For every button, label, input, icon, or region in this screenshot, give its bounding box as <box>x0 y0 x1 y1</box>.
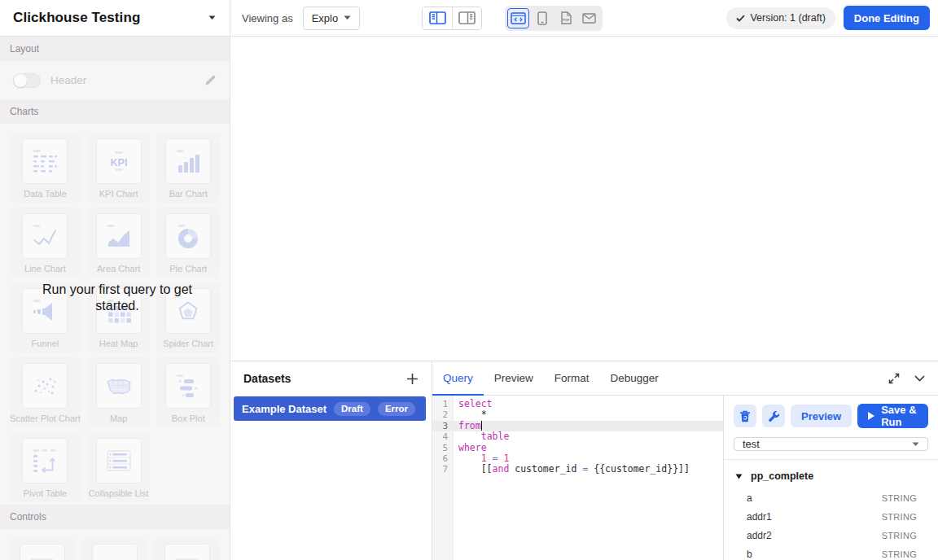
dashboard-canvas[interactable] <box>230 37 938 361</box>
email-icon <box>582 13 596 24</box>
schema-field-b: b STRING <box>724 545 938 560</box>
chart-tile-dropdown-control-icon[interactable] <box>154 538 220 560</box>
pdf-mode-button[interactable]: PDF <box>554 8 576 28</box>
code-line-1: 1 select <box>432 399 723 409</box>
datasets-panel: Datasets Example Dataset DraftError <box>230 361 432 560</box>
done-editing-button[interactable]: Done Editing <box>844 6 930 30</box>
chart-tile-label: Spider Chart <box>163 339 213 348</box>
chart-tile-label: Collapsible List <box>89 488 149 498</box>
line-number: 3 <box>432 421 454 431</box>
query-region: QueryPreviewFormatDebugger 1 select 2 * … <box>432 361 938 560</box>
chart-tile-line-chart[interactable]: Line Chart <box>10 208 81 278</box>
tab-format[interactable]: Format <box>544 361 600 395</box>
field-type: STRING <box>882 549 917 559</box>
code-line-3: 3 from <box>432 421 723 431</box>
email-mode-button[interactable] <box>578 8 600 28</box>
panel-left-toggle[interactable] <box>423 7 452 29</box>
play-icon <box>867 411 875 421</box>
dataset-status-badge: Draft <box>334 402 370 416</box>
text-cursor <box>481 421 482 431</box>
tab-debugger[interactable]: Debugger <box>600 361 669 395</box>
sql-code-editor[interactable]: 1 select 2 * 3 from 4 table 5 where 6 1 … <box>432 396 723 560</box>
chart-tile-blank[interactable] <box>82 538 148 560</box>
tab-preview[interactable]: Preview <box>484 361 544 395</box>
map-icon <box>96 363 142 409</box>
panel-right-toggle[interactable] <box>452 7 481 29</box>
dataset-name: Example Dataset <box>242 403 327 415</box>
topbar-right: Version: 1 (draft) Done Editing <box>726 6 938 30</box>
delete-query-button[interactable] <box>734 405 756 427</box>
version-label: Version: 1 (draft) <box>750 12 825 24</box>
chart-tile-label: Map <box>110 413 127 423</box>
chart-tile-bar-chart[interactable]: Bar Chart <box>156 133 220 203</box>
browser-code-mode-button[interactable] <box>507 8 529 28</box>
chart-tile-dropdown-control-icon[interactable] <box>10 538 76 560</box>
chart-tile-label: Bar Chart <box>169 189 208 199</box>
kpi-chart-icon: KPI <box>96 138 142 184</box>
chart-tile-label: Box Plot <box>172 413 205 423</box>
sidebar-item-header: Header <box>0 61 230 99</box>
dataset-row-example-dataset[interactable]: Example Dataset DraftError <box>234 396 426 421</box>
chart-tile-kpi-chart[interactable]: KPI KPI Chart <box>87 133 151 203</box>
dashboard-title-area[interactable]: Clickhouse Testing <box>0 0 230 36</box>
pivot-table-icon <box>22 438 68 483</box>
chart-tile-pivot-table[interactable]: Pivot Table <box>10 432 81 502</box>
schema-table-header[interactable]: pp_complete <box>724 460 938 488</box>
chart-tile-label: Pie Chart <box>169 264 207 273</box>
schema-field-addr2: addr2 STRING <box>724 526 938 545</box>
title-caret-down-icon[interactable] <box>208 15 216 20</box>
query-side-panel: Preview Save & Run test pp_complete a <box>723 396 938 560</box>
scatter-plot-icon <box>22 363 68 409</box>
query-tools-button[interactable] <box>762 405 785 427</box>
empty-canvas-hint: Run your first query to get started. <box>31 282 204 314</box>
chart-tile-box-plot[interactable]: Box Plot <box>156 357 220 427</box>
expand-editor-icon[interactable] <box>888 373 900 384</box>
mobile-icon <box>537 11 547 25</box>
top-bar: Clickhouse Testing Viewing as Explo PDF … <box>0 0 938 37</box>
bottom-panel: Datasets Example Dataset DraftError Quer… <box>230 361 938 560</box>
chart-tile-label: Pivot Table <box>24 488 68 498</box>
viewing-as-dropdown[interactable]: Explo <box>303 7 361 30</box>
code-line-7: 7 [[and customer_id = {{customer_id}}]] <box>432 464 723 475</box>
check-icon <box>736 15 745 22</box>
section-label-charts: Charts <box>0 99 230 124</box>
mobile-mode-button[interactable] <box>531 8 553 28</box>
chart-tile-map[interactable]: Map <box>87 357 151 427</box>
blank <box>92 544 138 560</box>
chart-tile-collapsible-list[interactable]: Collapsible List <box>87 432 151 502</box>
controls-grid <box>0 529 230 560</box>
chart-tile-label: Scatter Plot Chart <box>10 413 81 423</box>
panel-right-icon <box>458 11 476 24</box>
chart-tile-label: Data Table <box>24 189 66 199</box>
chart-tile-scatter-plot-chart[interactable]: Scatter Plot Chart <box>10 357 81 427</box>
area-chart-icon <box>96 213 142 259</box>
save-and-run-button[interactable]: Save & Run <box>857 404 928 428</box>
line-number: 5 <box>432 443 454 453</box>
add-dataset-button[interactable] <box>406 373 419 385</box>
header-toggle[interactable] <box>13 73 41 88</box>
svg-text:KPI: KPI <box>110 157 127 168</box>
svg-text:PDF: PDF <box>563 18 570 22</box>
chart-tile-area-chart[interactable]: Area Chart <box>87 208 151 278</box>
chart-tile-label: Line Chart <box>24 264 66 273</box>
code-line-2: 2 * <box>432 409 723 420</box>
preview-button[interactable]: Preview <box>791 405 852 427</box>
version-badge[interactable]: Version: 1 (draft) <box>726 7 835 29</box>
chart-tile-data-table[interactable]: Data Table <box>10 133 81 203</box>
pdf-icon: PDF <box>560 11 572 24</box>
schema-field-a: a STRING <box>724 488 938 507</box>
header-toggle-label: Header <box>50 74 86 86</box>
query-tabs-row: QueryPreviewFormatDebugger <box>432 361 938 396</box>
panel-toggle-group <box>422 7 482 30</box>
schema-table-select[interactable]: test <box>734 437 928 451</box>
chart-tile-label: Funnel <box>32 339 59 348</box>
code-line-6: 6 1 = 1 <box>432 453 723 464</box>
chevron-down-icon <box>344 15 351 20</box>
schema-field-list: a STRING addr1 STRING addr2 STRING b STR… <box>724 488 938 560</box>
field-name: b <box>747 549 752 560</box>
chart-tile-pie-chart[interactable]: Pie Chart <box>156 208 220 278</box>
field-name: a <box>747 492 752 504</box>
edit-header-pencil-icon[interactable] <box>204 74 217 86</box>
tab-query[interactable]: Query <box>432 361 484 395</box>
collapse-panel-chevron-icon[interactable] <box>914 375 925 382</box>
